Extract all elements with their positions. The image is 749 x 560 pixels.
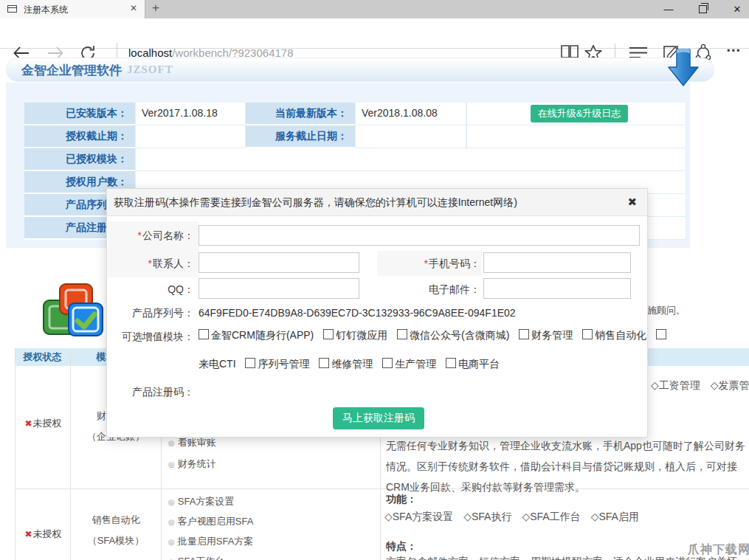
get-regcode-button[interactable]: 马上获取注册码 [333, 407, 424, 429]
module-option-label: 序列号管理 [258, 358, 309, 370]
download-arrow-icon [666, 47, 700, 91]
get-regcode-dialog: 获取注册码(本操作需要连接到金智公司服务器，请确保您的计算机可以连接Intern… [106, 188, 648, 438]
service-deadline-label: 服务截止日期： [246, 125, 355, 148]
highlights-heading-row2: 特点： [386, 540, 417, 553]
online-upgrade-button[interactable]: 在线升级&升级日志 [531, 105, 629, 122]
module-name-line1: 销售自动化 [71, 510, 161, 530]
module-option: 财务管理 [519, 329, 573, 341]
feature-label: 看账审账 [178, 437, 216, 448]
new-tab-icon[interactable]: + [152, 1, 159, 15]
license-deadline-label: 授权截止期： [24, 125, 135, 148]
module-option: 序列号管理 [245, 358, 309, 370]
dialog-title: 获取注册码(本操作需要连接到金智公司服务器，请确保您的计算机可以连接Intern… [114, 189, 517, 215]
minimize-icon[interactable]: — [659, 1, 678, 17]
auth-status-row1: ✖未授权 [16, 417, 70, 430]
functions-list-row2: ◇SFA方案设置 ◇SFA执行 ◇SFA工作台 ◇SFA启用 [384, 511, 639, 524]
unauthorized-icon: ✖ [24, 529, 32, 539]
contact-label: *联系人： [107, 257, 194, 271]
checkbox-icon[interactable] [245, 358, 255, 368]
upgrade-cell: 在线升级&升级日志 [466, 103, 686, 125]
feature-item: ◎客户视图启用SFA [168, 512, 253, 532]
qq-label: QQ： [107, 283, 194, 297]
module-option-label: 电商平台 [458, 358, 500, 370]
required-mark: * [424, 257, 428, 269]
regcode-label: 产品注册码： [107, 386, 194, 399]
dialog-close-icon[interactable]: ✖ [627, 196, 637, 209]
checkbox-icon[interactable] [323, 329, 334, 339]
feature-label: 财务统计 [178, 458, 216, 469]
module-features-row2: ◎SFA方案设置 ◎客户视图启用SFA ◎批量启用SFA方案 ◎SFA工作台 [168, 492, 253, 560]
company-label: *公司名称： [107, 229, 194, 243]
more-icon[interactable]: ••• [727, 45, 742, 56]
bullet-icon: ◎ [168, 538, 175, 546]
latest-version-label: 当前最新版本： [246, 103, 355, 125]
watermark: 爪神下载网 [688, 542, 749, 558]
checkbox-icon[interactable] [519, 329, 529, 339]
brand-subtitle: JZSOFT [127, 63, 173, 76]
feature-label: SFA工作台 [178, 556, 225, 560]
browser-window: 注册本系统 ✕ + — ✕ localhost/workbench/?92306… [0, 0, 749, 560]
required-mark: * [148, 257, 152, 269]
functions-heading-row2: 功能： [386, 493, 417, 506]
module-option-label: 财务管理 [531, 329, 573, 341]
feature-item: ◎SFA工作台 [168, 552, 253, 560]
checkbox-icon[interactable] [397, 329, 407, 339]
status-label: 未授权 [33, 418, 62, 429]
modules-row2: 来电CTI 序列号管理 维修管理 生产管理 电商平台 [199, 358, 506, 371]
module-option: 钉钉微应用 [323, 329, 387, 341]
unauthorized-icon: ✖ [24, 418, 32, 429]
dialog-header: 获取注册码(本操作需要连接到金智公司服务器，请确保您的计算机可以连接Intern… [107, 189, 647, 216]
required-mark: * [138, 229, 142, 241]
module-name-line2: （SFA模块） [71, 530, 161, 551]
module-option: 生产管理 [382, 358, 436, 370]
checkbox-icon[interactable] [319, 358, 329, 368]
module-name-row2: 销售自动化 （SFA模块） [71, 510, 161, 551]
checkbox-icon[interactable] [382, 358, 393, 368]
tab-close-icon[interactable]: ✕ [130, 3, 137, 13]
feature-label: 客户视图启用SFA [178, 516, 254, 527]
bullet-icon: ◎ [168, 498, 175, 506]
bullet-icon: ◎ [168, 439, 175, 447]
close-icon[interactable]: ✕ [728, 1, 747, 17]
authorized-modules-value [135, 148, 686, 171]
checkbox-icon[interactable] [199, 329, 209, 339]
feature-item: ◎SFA方案设置 [168, 492, 253, 512]
email-input[interactable] [483, 278, 631, 299]
contact-input[interactable] [199, 252, 359, 273]
version-row-license-date: 授权截止期： 服务截止日期： [24, 125, 686, 148]
installed-version-value: Ver2017.1.08.18 [135, 103, 246, 125]
module-option: 销售自动化 [582, 329, 646, 341]
bullet-icon: ◎ [168, 518, 175, 526]
module-option-label: 维修管理 [331, 358, 373, 370]
qq-input[interactable] [199, 278, 359, 299]
module-option: 微信公众号(含微商城) [397, 329, 509, 341]
module-functions-fragment-row1: ◇工资管理 ◇发票管理 [651, 379, 749, 393]
serial-label: 产品序列号： [107, 307, 194, 320]
tab-bar: 注册本系统 ✕ + — ✕ [0, 0, 749, 18]
license-deadline-value [135, 125, 246, 148]
browser-tab[interactable]: 注册本系统 ✕ [0, 0, 145, 18]
checkbox-icon[interactable] [446, 358, 456, 368]
module-option-cti-checkbox [656, 329, 669, 341]
company-label-text: 公司名称： [142, 229, 194, 241]
module-option: 电商平台 [446, 358, 500, 370]
email-label: 电子邮件： [387, 283, 480, 297]
checkbox-icon[interactable] [656, 329, 666, 339]
phone-input[interactable] [483, 252, 631, 273]
restore-icon[interactable] [693, 1, 712, 17]
company-input[interactable] [199, 225, 640, 246]
optional-modules-label: 可选增值模块： [107, 331, 194, 344]
contact-label-text: 联系人： [153, 257, 194, 269]
module-option-label: 生产管理 [395, 358, 436, 370]
feature-item: ◎财务统计 [168, 454, 216, 475]
page-icon [7, 5, 17, 13]
tab-title: 注册本系统 [24, 4, 68, 16]
module-option-label: 微信公众号(含微商城) [410, 329, 509, 341]
feature-label: SFA方案设置 [178, 496, 235, 507]
table-border-left [15, 348, 15, 560]
feature-item: ◎批量启用SFA方案 [168, 532, 253, 552]
module-option-label: 金智CRM随身行(APP) [211, 329, 314, 341]
checkbox-icon[interactable] [582, 329, 593, 339]
installed-version-label: 已安装版本： [24, 103, 135, 125]
restore-glyph [699, 5, 707, 13]
